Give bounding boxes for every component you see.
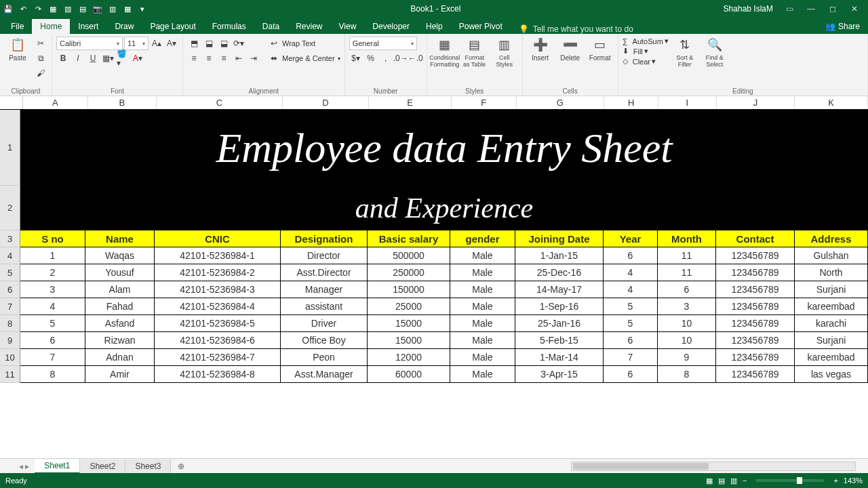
borders-icon[interactable]: ▦▾ (101, 52, 115, 65)
wrap-text-button[interactable]: ↩ Wrap Text (267, 37, 340, 50)
row-header-10[interactable]: 10 (0, 349, 20, 366)
tab-insert[interactable]: Insert (70, 19, 106, 34)
row-header-3[interactable]: 3 (0, 230, 20, 247)
cell[interactable]: 25-Jan-16 (515, 315, 604, 332)
close-icon[interactable]: ✕ (844, 2, 865, 16)
cell[interactable]: Alam (85, 281, 155, 298)
hdr-salary[interactable]: Basic salary (368, 230, 450, 247)
row-header-6[interactable]: 6 (0, 281, 20, 298)
page-break-icon[interactable]: ▥ (730, 476, 737, 485)
format-as-table-button[interactable]: ▤ Format as Table (461, 37, 488, 68)
copy-icon[interactable]: ⧉ (34, 52, 47, 65)
user-name[interactable]: Shahab IslaM (724, 4, 773, 14)
cell[interactable]: 2 (20, 264, 85, 281)
cell-area[interactable]: Employee data Entry Sheet and Experience… (20, 110, 868, 383)
cell[interactable]: kareembad (795, 298, 868, 315)
find-select-button[interactable]: 🔍 Find & Select (701, 37, 728, 68)
cell[interactable]: 8 (658, 366, 716, 383)
cell[interactable]: 11 (658, 264, 716, 281)
minimize-icon[interactable]: — (800, 2, 822, 16)
comma-icon[interactable]: , (379, 52, 393, 65)
cell[interactable]: 14-May-17 (515, 281, 604, 298)
cell[interactable]: Gulshan (795, 247, 868, 264)
align-top-icon[interactable]: ⬒ (187, 37, 201, 50)
col-header-k[interactable]: K (795, 96, 868, 109)
cell[interactable]: 123456789 (716, 281, 795, 298)
qat-icon-2[interactable]: ▧ (62, 3, 73, 14)
cell[interactable]: 250000 (368, 264, 450, 281)
cell[interactable]: Amir (85, 366, 155, 383)
tab-file[interactable]: File (3, 19, 32, 34)
scroll-thumb[interactable] (573, 463, 709, 470)
save-icon[interactable]: 💾 (3, 3, 14, 14)
cell[interactable]: 123456789 (716, 315, 795, 332)
cell[interactable]: 4 (20, 298, 85, 315)
cut-icon[interactable]: ✂ (34, 37, 47, 50)
cell[interactable]: 42101-5236984-7 (155, 349, 281, 366)
zoom-level[interactable]: 143% (844, 476, 863, 485)
col-header-d[interactable]: D (283, 96, 370, 109)
cell[interactable]: Male (450, 332, 515, 349)
cell[interactable]: 7 (20, 349, 85, 366)
camera-icon[interactable]: 📷 (92, 3, 103, 14)
cell[interactable]: Male (450, 315, 515, 332)
row-header-9[interactable]: 9 (0, 332, 20, 349)
hdr-month[interactable]: Month (658, 230, 716, 247)
increase-decimal-icon[interactable]: .0→ (394, 52, 408, 65)
qat-icon-5[interactable]: ▦ (122, 3, 133, 14)
tab-view[interactable]: View (331, 19, 365, 34)
hdr-joining[interactable]: Joining Date (515, 230, 604, 247)
font-size-select[interactable]: 11 (124, 37, 149, 50)
cell[interactable]: 42101-5236984-3 (155, 281, 281, 298)
autosum-button[interactable]: ∑ AutoSum ▾ (623, 37, 669, 45)
title-row-2[interactable]: and Experience (20, 186, 868, 230)
font-name-select[interactable]: Calibri (56, 37, 123, 50)
ribbon-options-icon[interactable]: ▭ (778, 2, 800, 16)
zoom-slider[interactable] (756, 479, 824, 482)
sheet-nav-icon[interactable]: ◂ ▸ (19, 462, 29, 471)
tab-draw[interactable]: Draw (106, 19, 142, 34)
cell[interactable]: 123456789 (716, 247, 795, 264)
tab-review[interactable]: Review (288, 19, 330, 34)
cell[interactable]: 3 (658, 298, 716, 315)
select-all-corner[interactable] (0, 96, 23, 109)
cell[interactable]: Adnan (85, 349, 155, 366)
col-header-e[interactable]: E (369, 96, 452, 109)
cell[interactable]: 6 (604, 247, 658, 264)
decrease-decimal-icon[interactable]: ←.0 (409, 52, 422, 65)
cell[interactable]: Driver (281, 315, 368, 332)
cell[interactable]: Waqas (85, 247, 155, 264)
normal-view-icon[interactable]: ▦ (706, 476, 713, 485)
align-right-icon[interactable]: ≡ (217, 52, 231, 65)
qat-icon-1[interactable]: ▦ (47, 3, 58, 14)
cell[interactable]: Male (450, 247, 515, 264)
cell[interactable]: Male (450, 281, 515, 298)
cell[interactable]: 123456789 (716, 298, 795, 315)
cell[interactable]: 4 (604, 264, 658, 281)
cell[interactable]: 1-Sep-16 (515, 298, 604, 315)
row-header-11[interactable]: 11 (0, 366, 20, 383)
add-sheet-button[interactable]: ⊕ (171, 462, 191, 471)
decrease-indent-icon[interactable]: ⇤ (232, 52, 245, 65)
col-header-f[interactable]: F (452, 96, 517, 109)
share-button[interactable]: 👥 Share (817, 19, 868, 34)
cell[interactable]: 8 (20, 366, 85, 383)
cell[interactable]: 1-Jan-15 (515, 247, 604, 264)
cell[interactable]: 25000 (368, 298, 450, 315)
currency-icon[interactable]: $▾ (349, 52, 363, 65)
page-layout-icon[interactable]: ▤ (718, 476, 725, 485)
sheet-tab-3[interactable]: Sheet3 (125, 460, 171, 473)
align-center-icon[interactable]: ≡ (202, 52, 216, 65)
cell[interactable]: 10 (658, 332, 716, 349)
cell[interactable]: 1 (20, 247, 85, 264)
cell[interactable]: North (795, 264, 868, 281)
tab-home[interactable]: Home (32, 19, 70, 34)
title-row-1[interactable]: Employee data Entry Sheet (20, 110, 868, 186)
col-header-i[interactable]: I (658, 96, 717, 109)
row-header-7[interactable]: 7 (0, 298, 20, 315)
clear-button[interactable]: ◇ Clear ▾ (623, 57, 669, 66)
hdr-year[interactable]: Year (604, 230, 658, 247)
cell[interactable]: 6 (604, 332, 658, 349)
cell[interactable]: Male (450, 349, 515, 366)
align-left-icon[interactable]: ≡ (187, 52, 201, 65)
